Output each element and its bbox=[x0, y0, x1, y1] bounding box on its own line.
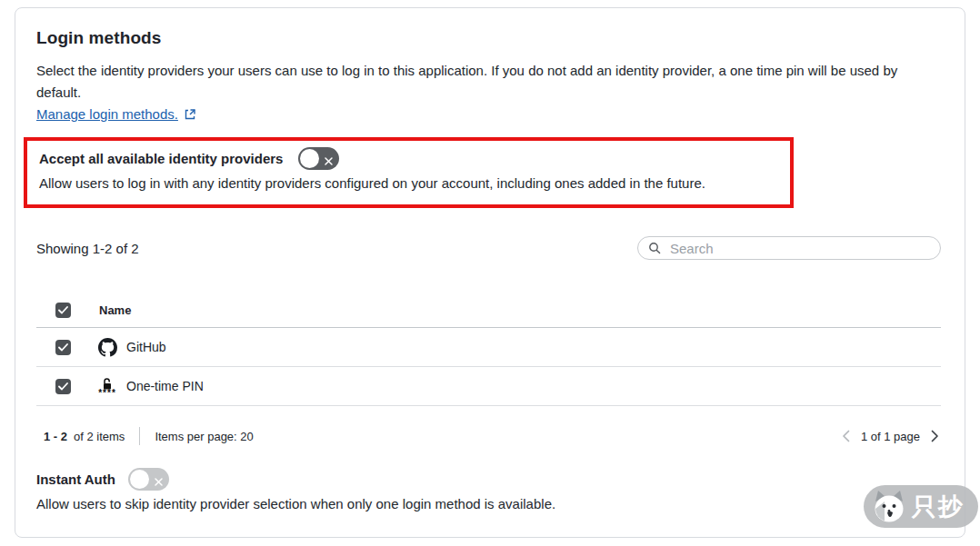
instant-auth-description: Allow users to skip identity provider se… bbox=[36, 493, 941, 515]
watermark-badge: 只抄 bbox=[864, 485, 978, 528]
manage-link-row: Manage login methods. bbox=[36, 106, 941, 122]
accept-all-label: Accept all available identity providers bbox=[39, 151, 283, 166]
check-icon bbox=[58, 306, 68, 314]
row-checkbox[interactable] bbox=[55, 379, 71, 394]
annotation-highlight-box: Accept all available identity providers … bbox=[24, 137, 794, 208]
table-row[interactable]: **** One-time PIN bbox=[36, 367, 941, 406]
watermark-text: 只抄 bbox=[912, 491, 965, 523]
pagination-bar: 1 - 2 of 2 items Items per page: 20 1 of… bbox=[36, 427, 941, 445]
table-row[interactable]: GitHub bbox=[36, 328, 941, 367]
external-link-icon bbox=[184, 108, 196, 121]
provider-name: GitHub bbox=[126, 340, 166, 354]
check-icon bbox=[58, 343, 68, 352]
page-description: Select the identity providers your users… bbox=[36, 60, 941, 104]
pagination-range: 1 - 2 bbox=[44, 430, 67, 443]
otp-stars: **** bbox=[98, 391, 116, 395]
manage-login-methods-link[interactable]: Manage login methods. bbox=[36, 106, 178, 122]
name-column-header: Name bbox=[99, 303, 131, 317]
select-all-checkbox[interactable] bbox=[55, 303, 71, 318]
search-box[interactable] bbox=[637, 236, 941, 260]
items-per-page: Items per page: 20 bbox=[155, 430, 253, 443]
showing-count: Showing 1-2 of 2 bbox=[36, 241, 139, 256]
next-page-button[interactable] bbox=[929, 428, 941, 444]
accept-all-description: Allow users to log in with any identity … bbox=[39, 173, 779, 194]
husky-logo-icon bbox=[870, 489, 908, 525]
search-icon bbox=[648, 242, 661, 254]
instant-auth-toggle[interactable] bbox=[128, 468, 169, 491]
check-icon bbox=[58, 382, 68, 391]
toggle-x-icon bbox=[154, 474, 164, 491]
toggle-knob bbox=[130, 470, 149, 489]
toggle-knob bbox=[300, 149, 319, 168]
table-header-row: Name bbox=[36, 293, 941, 328]
prev-page-button[interactable] bbox=[840, 428, 852, 444]
otp-lock-icon: **** bbox=[96, 378, 118, 395]
github-icon bbox=[96, 338, 118, 357]
row-checkbox[interactable] bbox=[55, 340, 71, 355]
pagination-divider bbox=[139, 427, 140, 445]
search-input[interactable] bbox=[668, 240, 931, 257]
chevron-right-icon bbox=[931, 430, 939, 442]
chevron-left-icon bbox=[842, 430, 850, 442]
toggle-x-icon bbox=[324, 154, 334, 170]
page-indicator: 1 of 1 page bbox=[861, 430, 920, 443]
login-methods-page: { "header": { "title": "Login methods", … bbox=[0, 0, 980, 546]
login-methods-card: Login methods Select the identity provid… bbox=[15, 7, 965, 538]
instant-auth-label: Instant Auth bbox=[36, 472, 115, 487]
provider-name: One-time PIN bbox=[126, 379, 204, 393]
pagination-of-items: of 2 items bbox=[74, 430, 125, 443]
accept-all-toggle[interactable] bbox=[298, 147, 339, 170]
page-title: Login methods bbox=[36, 28, 941, 48]
identity-providers-table: Name GitHub bbox=[36, 293, 941, 406]
instant-auth-section: Instant Auth Allow users to skip identit… bbox=[36, 468, 941, 515]
